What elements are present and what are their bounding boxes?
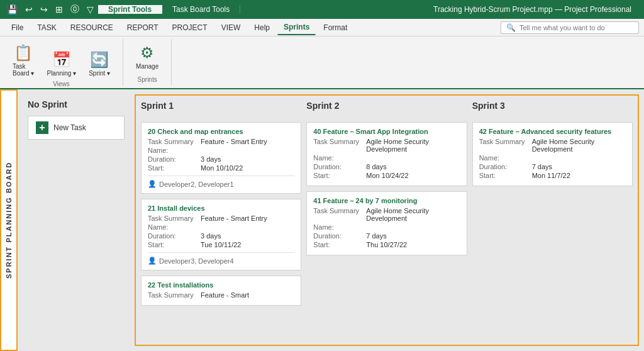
name-label: Name:: [148, 147, 198, 154]
ribbon: 📋 TaskBoard ▾ 📅 Planning ▾ 🔄 Sprint ▾ Vi…: [0, 36, 644, 89]
sprint-button[interactable]: 🔄 Sprint ▾: [84, 48, 115, 79]
sprints-label: Sprints: [138, 76, 157, 83]
start-value: Mon 10/24/22: [366, 172, 408, 179]
sprint-2-column: Sprint 2 40 Feature – Smart App Integrat…: [306, 101, 467, 340]
plus-icon: +: [36, 121, 48, 134]
task-summary-value: Agile Home Security Development: [366, 207, 460, 222]
views-label: Views: [53, 81, 70, 87]
dropdown-icon[interactable]: ▽: [85, 4, 96, 14]
name-label: Name:: [479, 154, 530, 162]
task-summary-label: Task Summary: [313, 138, 364, 145]
task-summary-value: Feature - Smart Entry: [201, 214, 267, 222]
duration-value: 3 days: [201, 232, 221, 240]
duration-value: 7 days: [532, 163, 552, 170]
sprint-2-header: Sprint 2: [306, 101, 467, 111]
start-label: Start:: [148, 241, 198, 248]
menu-format[interactable]: Format: [317, 21, 353, 35]
task-title: 41 Feature – 24 by 7 monitoring: [313, 197, 460, 204]
redo-icon[interactable]: ↪: [38, 4, 50, 14]
task-summary-label: Task Summary: [148, 291, 198, 299]
tab-task-board-tools[interactable]: Task Board Tools: [162, 5, 240, 14]
start-value: Mon 11/7/22: [532, 172, 570, 179]
task-summary-label: Task Summary: [148, 138, 198, 145]
save-icon[interactable]: 💾: [5, 4, 19, 14]
sprint-1-header: Sprint 1: [141, 101, 301, 111]
planning-icon: 📅: [52, 51, 71, 69]
no-sprint-header: No Sprint: [28, 99, 125, 109]
start-value: Thu 10/27/22: [366, 241, 407, 248]
card-divider: [148, 252, 294, 253]
search-input[interactable]: [519, 24, 633, 31]
search-icon: 🔍: [506, 23, 516, 32]
menu-task[interactable]: TASK: [31, 21, 62, 35]
sprint-3-header: Sprint 3: [472, 101, 633, 111]
menu-help[interactable]: Help: [248, 21, 276, 35]
duration-label: Duration:: [313, 163, 364, 170]
project-title: Tracking Hybrid-Scrum Project.mpp — Proj…: [426, 5, 639, 14]
duration-value: 8 days: [366, 163, 386, 170]
quick-access-toolbar: 💾 ↩ ↪ ⊞ ⓪ ▽: [5, 4, 96, 15]
duration-value: 7 days: [366, 232, 386, 240]
start-label: Start:: [313, 172, 364, 179]
start-value: Tue 10/11/22: [201, 241, 241, 248]
task-title: 42 Feature – Advanced security features: [479, 128, 626, 135]
manage-button[interactable]: ⚙ Manage: [131, 42, 164, 72]
task-title: 40 Feature – Smart App Integration: [313, 128, 460, 135]
title-bar: 💾 ↩ ↪ ⊞ ⓪ ▽ Sprint Tools Task Board Tool…: [0, 0, 644, 19]
side-planning-board-label[interactable]: SPRINT PLANNING BOARD: [0, 89, 18, 351]
circle-icon[interactable]: ⓪: [69, 4, 81, 15]
task-board-icon: 📋: [14, 44, 33, 62]
tab-sprint-tools[interactable]: Sprint Tools: [98, 5, 162, 14]
menu-file[interactable]: File: [5, 21, 30, 35]
task-summary-label: Task Summary: [313, 207, 364, 214]
sprints-area: No Sprint + New Task Sprint 1 20 Check a…: [18, 89, 644, 351]
task-title: 22 Test installations: [148, 281, 294, 289]
duration-value: 3 days: [201, 155, 221, 163]
name-label: Name:: [313, 223, 364, 231]
menu-view[interactable]: VIEW: [215, 21, 247, 35]
title-tabs: Sprint Tools Task Board Tools: [98, 5, 423, 14]
duration-label: Duration:: [313, 232, 364, 240]
start-label: Start:: [148, 164, 198, 172]
sprint-icon: 🔄: [90, 51, 109, 69]
search-bar[interactable]: 🔍: [501, 21, 639, 34]
undo-icon[interactable]: ↩: [23, 4, 35, 14]
task-name-row: Name:: [148, 147, 294, 154]
card-divider: [148, 176, 294, 176]
planning-button[interactable]: 📅 Planning ▾: [42, 48, 81, 79]
duration-label: Duration:: [148, 155, 198, 163]
manage-icon: ⚙: [140, 44, 154, 62]
task-card: 21 Install devices Task Summary Feature …: [141, 199, 301, 270]
ribbon-views-buttons: 📋 TaskBoard ▾ 📅 Planning ▾ 🔄 Sprint ▾: [8, 42, 115, 79]
task-summary-value: Agile Home Security Development: [532, 138, 626, 153]
person-icon: 👤: [148, 257, 157, 265]
task-summary-row: Task Summary Feature - Smart Entry: [148, 138, 294, 145]
task-summary-label: Task Summary: [479, 138, 530, 145]
name-label: Name:: [148, 223, 198, 231]
task-card: 42 Feature – Advanced security features …: [472, 122, 633, 186]
main-content: SPRINT PLANNING BOARD No Sprint + New Ta…: [0, 89, 644, 351]
menu-sprints[interactable]: Sprints: [277, 20, 316, 35]
task-summary-label: Task Summary: [148, 214, 198, 222]
sprint-columns-bordered: Sprint 1 20 Check and map entrances Task…: [135, 94, 639, 346]
menu-report[interactable]: REPORT: [121, 21, 165, 35]
assignee: 👤 Developer2, Developer1: [148, 180, 294, 188]
ribbon-group-views: 📋 TaskBoard ▾ 📅 Planning ▾ 🔄 Sprint ▾ Vi…: [0, 39, 123, 86]
task-summary-value: Feature - Smart: [201, 291, 249, 299]
task-card: 20 Check and map entrances Task Summary …: [141, 122, 301, 194]
menu-project[interactable]: PROJECT: [166, 21, 214, 35]
grid-icon[interactable]: ⊞: [53, 4, 65, 14]
duration-label: Duration:: [148, 232, 198, 240]
start-label: Start:: [313, 241, 364, 248]
task-card: 41 Feature – 24 by 7 monitoring Task Sum…: [306, 191, 467, 255]
duration-label: Duration:: [479, 163, 530, 170]
sprint-3-column: Sprint 3 42 Feature – Advanced security …: [472, 101, 633, 340]
task-title: 20 Check and map entrances: [148, 128, 294, 135]
sprint-1-column: Sprint 1 20 Check and map entrances Task…: [141, 101, 301, 340]
menu-resource[interactable]: RESOURCE: [64, 21, 119, 35]
task-card: 22 Test installations Task Summary Featu…: [141, 276, 301, 306]
new-task-button[interactable]: + New Task: [28, 116, 125, 140]
task-board-button[interactable]: 📋 TaskBoard ▾: [8, 42, 39, 79]
ribbon-group-sprints: ⚙ Manage Sprints: [123, 39, 172, 86]
name-label: Name:: [313, 154, 364, 162]
